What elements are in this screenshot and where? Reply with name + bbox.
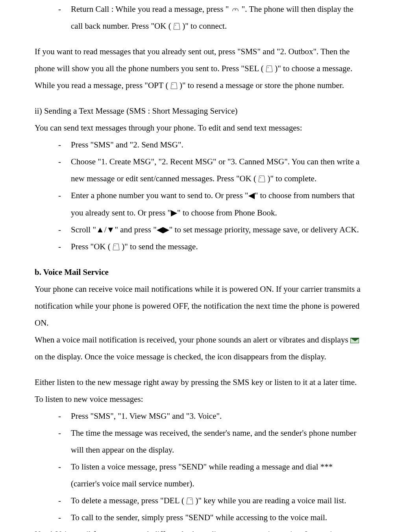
envelope-icon bbox=[350, 338, 359, 343]
text: )" to connect. bbox=[182, 21, 227, 31]
svg-point-0 bbox=[235, 9, 236, 11]
bullet-dash: - bbox=[58, 153, 71, 170]
text: Scroll "▲/▼" and press "◀▶" to set messa… bbox=[71, 225, 339, 234]
list-item: To call to the sender, simply press "SEN… bbox=[71, 509, 361, 526]
left-softkey-icon bbox=[113, 240, 120, 248]
text: phone will show you all the phone number… bbox=[35, 64, 264, 73]
voice-mail-note: Note) Voice mail feature may work differ… bbox=[35, 526, 361, 532]
list-item: The time the message was received, the s… bbox=[71, 425, 361, 458]
text: Return Call : While you read a message, … bbox=[71, 4, 231, 14]
svg-point-3 bbox=[172, 84, 173, 85]
voice-mail-para2: When a voice mail notification is receiv… bbox=[35, 331, 361, 365]
bullet-dash: - bbox=[58, 136, 71, 153]
section-ii-title: ii) Sending a Text Message (SMS : Short … bbox=[35, 103, 361, 120]
text: Your phone can receive voice mail notifi… bbox=[35, 284, 324, 294]
list-item: Press "SMS" and "2. Send MSG". bbox=[71, 136, 361, 153]
text: ". The phone will then display the bbox=[242, 4, 353, 14]
text: To delete a message, press "DEL ( bbox=[71, 496, 184, 505]
list-item: To delete a message, press "DEL ( )" key… bbox=[71, 492, 361, 509]
voice-mail-heading: b. Voice Mail Service bbox=[35, 264, 361, 281]
list-item: To listen a voice message, press "SEND" … bbox=[71, 458, 361, 492]
bullet-dash: - bbox=[58, 221, 71, 238]
svg-point-2 bbox=[268, 67, 268, 68]
text: Choose "1. Create MSG", "2. Recent MSG" … bbox=[71, 157, 359, 166]
voice-mail-para1: Your phone can receive voice mail notifi… bbox=[35, 281, 361, 331]
list-item: Press "SMS", "1. View MSG" and "3. Voice… bbox=[71, 408, 361, 425]
left-softkey-icon bbox=[173, 19, 180, 27]
return-call-bullet: - Return Call : While you read a message… bbox=[35, 1, 361, 35]
bullet-dash: - bbox=[58, 408, 71, 425]
text: )" to send the message. bbox=[122, 242, 198, 251]
text: When a voice mail notification is receiv… bbox=[35, 335, 350, 344]
send-msg-list: - Press "SMS" and "2. Send MSG". - Choos… bbox=[35, 136, 361, 255]
svg-point-5 bbox=[115, 245, 115, 246]
text: call back number. Press "OK ( bbox=[71, 21, 171, 31]
svg-point-1 bbox=[175, 25, 176, 26]
text: you already sent to. Or press "▶" to cho… bbox=[71, 208, 277, 217]
text: While you read a message, press "OPT ( bbox=[35, 81, 168, 90]
list-item: Press "OK ( )" to send the message. bbox=[71, 238, 361, 255]
svg-point-4 bbox=[260, 177, 261, 178]
text: will then appear on the display. bbox=[71, 445, 174, 455]
text: )" key while you are reading a voice mai… bbox=[195, 496, 346, 505]
bullet-text: Return Call : While you read a message, … bbox=[71, 1, 361, 35]
text: Enter a phone number you want to send to… bbox=[71, 191, 355, 200]
bullet-dash: - bbox=[58, 509, 71, 526]
left-softkey-icon bbox=[170, 79, 178, 87]
voice-mail-para3: Either listen to the new message right a… bbox=[35, 374, 361, 408]
svg-point-6 bbox=[191, 499, 191, 500]
left-softkey-icon bbox=[266, 62, 273, 70]
text: To listen a voice message, press "SEND" … bbox=[71, 462, 333, 471]
text: Press "OK ( bbox=[71, 242, 111, 251]
section-ii-intro: You can send text messages through your … bbox=[35, 120, 361, 136]
text: )" to choose a message. bbox=[275, 64, 352, 73]
list-item: Choose "1. Create MSG", "2. Recent MSG" … bbox=[71, 153, 361, 187]
text: (carrier's voice mail service number). bbox=[71, 479, 194, 488]
document-page: - Return Call : While you read a message… bbox=[0, 0, 396, 532]
text: )" to complete. bbox=[268, 174, 317, 183]
text: on the display. Once the voice message i… bbox=[35, 352, 326, 361]
list-item: Enter a phone number you want to send to… bbox=[71, 187, 361, 221]
voice-mail-list: - Press "SMS", "1. View MSG" and "3. Voi… bbox=[35, 408, 361, 526]
phone-up-icon bbox=[231, 2, 240, 11]
left-softkey-icon bbox=[258, 172, 265, 180]
bullet-dash: - bbox=[58, 492, 71, 509]
right-softkey-icon bbox=[186, 494, 193, 502]
text: If you want to read messages that you al… bbox=[35, 47, 350, 56]
bullet-dash: - bbox=[58, 1, 71, 18]
bullet-dash: - bbox=[58, 425, 71, 442]
bullet-dash: - bbox=[58, 238, 71, 255]
text: The time the message was received, the s… bbox=[71, 428, 356, 438]
bullet-dash: - bbox=[58, 458, 71, 475]
outbox-paragraph: If you want to read messages that you al… bbox=[35, 43, 361, 94]
list-item: Scroll "▲/▼" and press "◀▶" to set messa… bbox=[71, 221, 361, 238]
text: new message or edit sent/canned messages… bbox=[71, 174, 256, 183]
text: Note) Voice mail feature may work differ… bbox=[35, 530, 336, 532]
text: )" to resend a message or store the phon… bbox=[179, 81, 344, 90]
text: ACK. bbox=[339, 225, 359, 234]
bullet-dash: - bbox=[58, 187, 71, 204]
text: Either listen to the new message right a… bbox=[35, 377, 340, 387]
